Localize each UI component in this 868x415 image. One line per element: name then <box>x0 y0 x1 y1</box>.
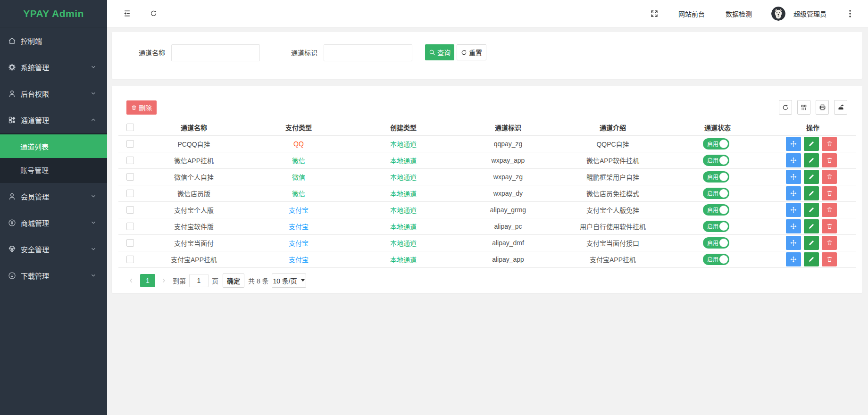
sidebar-item-mall[interactable]: 商城管理 <box>0 209 107 236</box>
search-button[interactable]: 查询 <box>425 44 454 60</box>
status-toggle[interactable]: 启用 <box>703 237 729 249</box>
row-checkbox[interactable] <box>126 223 134 230</box>
sidebar-item-download[interactable]: 下载管理 <box>0 262 107 289</box>
row-checkbox[interactable] <box>126 157 134 164</box>
cell-create-type-link[interactable]: 本地通道 <box>390 240 417 247</box>
status-toggle[interactable]: 启用 <box>703 171 729 183</box>
status-toggle[interactable]: 启用 <box>703 188 729 199</box>
edit-row-button[interactable] <box>804 236 819 250</box>
move-icon <box>790 173 797 181</box>
row-checkbox[interactable] <box>126 239 134 247</box>
table-refresh-icon[interactable] <box>779 100 792 115</box>
edit-row-button[interactable] <box>804 170 819 184</box>
site-front-link[interactable]: 网站前台 <box>678 9 705 18</box>
move-row-button[interactable] <box>786 137 801 151</box>
move-row-button[interactable] <box>786 252 801 266</box>
cell-create-type-link[interactable]: 本地通道 <box>390 190 417 198</box>
sidebar-item-label: 后台权限 <box>21 89 91 99</box>
channel-table: 通道名称 支付类型 创建类型 通道标识 通道介绍 通道状态 操作 PCQQ自挂 … <box>118 119 856 268</box>
channel-code-input[interactable] <box>324 44 412 61</box>
sidebar-item-channel[interactable]: 通道管理 <box>0 107 107 133</box>
row-checkbox[interactable] <box>126 140 134 148</box>
component-icon <box>8 116 16 124</box>
move-row-button[interactable] <box>786 153 801 167</box>
cell-create-type-link[interactable]: 本地通道 <box>390 256 417 264</box>
goto-page-input[interactable] <box>189 274 209 287</box>
status-toggle[interactable]: 启用 <box>703 254 729 265</box>
row-checkbox[interactable] <box>126 173 134 181</box>
more-vertical-icon[interactable] <box>846 5 854 22</box>
page-number-current[interactable]: 1 <box>140 274 155 287</box>
edit-row-button[interactable] <box>804 153 819 167</box>
channel-name-input[interactable] <box>171 44 260 61</box>
cell-channel-name: 微信APP挂机 <box>142 152 246 168</box>
delete-row-button[interactable] <box>822 252 837 266</box>
table-row: 微信店员版 微信 本地通道 wxpay_dy 微信店员免挂模式 启用 <box>118 185 856 201</box>
avatar[interactable] <box>771 7 785 21</box>
status-toggle-knob <box>719 239 728 247</box>
move-row-button[interactable] <box>786 236 801 250</box>
move-row-button[interactable] <box>786 186 801 200</box>
sidebar-item-label: 商城管理 <box>21 218 91 228</box>
delete-row-button[interactable] <box>822 186 837 200</box>
row-checkbox[interactable] <box>126 190 134 197</box>
fullscreen-icon[interactable] <box>646 5 663 22</box>
row-ops <box>786 236 837 250</box>
sidebar: YPAY Admin 控制端 系统管理 后台权限 <box>0 0 107 415</box>
table-columns-icon[interactable] <box>797 100 810 115</box>
delete-button[interactable]: 删除 <box>126 100 157 115</box>
cell-create-type-link[interactable]: 本地通道 <box>390 174 417 181</box>
edit-row-button[interactable] <box>804 252 819 266</box>
delete-row-button[interactable] <box>822 219 837 233</box>
data-check-link[interactable]: 数据检测 <box>726 9 752 18</box>
delete-row-button[interactable] <box>822 170 837 184</box>
cell-create-type-link[interactable]: 本地通道 <box>390 141 417 148</box>
table-print-icon[interactable] <box>816 100 829 115</box>
row-checkbox[interactable] <box>126 256 134 263</box>
edit-row-button[interactable] <box>804 186 819 200</box>
goto-confirm-button[interactable]: 确定 <box>223 274 244 288</box>
next-page-icon[interactable] <box>159 274 168 287</box>
reset-button[interactable]: 重置 <box>457 44 486 60</box>
sidebar-subitem-channel-list[interactable]: 通道列表 <box>0 134 107 158</box>
table-card: 删除 <box>112 86 862 293</box>
row-checkbox[interactable] <box>126 206 134 214</box>
collapse-sidebar-icon[interactable] <box>118 5 135 22</box>
username[interactable]: 超级管理员 <box>793 9 826 18</box>
edit-row-button[interactable] <box>804 137 819 151</box>
sidebar-item-permission[interactable]: 后台权限 <box>0 80 107 107</box>
edit-row-button[interactable] <box>804 219 819 233</box>
select-all-checkbox[interactable] <box>126 124 134 131</box>
chevron-down-icon <box>91 91 96 96</box>
refresh-page-icon[interactable] <box>145 5 162 22</box>
table-export-icon[interactable] <box>834 100 847 115</box>
delete-row-button[interactable] <box>822 153 837 167</box>
sidebar-subitem-account[interactable]: 账号管理 <box>0 158 107 182</box>
status-toggle[interactable]: 启用 <box>703 155 729 166</box>
page-size-select[interactable]: 10 条/页 <box>272 274 306 288</box>
cell-create-type-link[interactable]: 本地通道 <box>390 223 417 231</box>
cell-create-type-link[interactable]: 本地通道 <box>390 207 417 214</box>
status-toggle-knob <box>719 255 728 264</box>
cell-channel-code: alipay_grmg <box>456 201 560 218</box>
cell-create-type-link[interactable]: 本地通道 <box>390 157 417 165</box>
sidebar-item-system[interactable]: 系统管理 <box>0 54 107 80</box>
status-toggle[interactable]: 启用 <box>703 138 729 149</box>
cell-channel-code: wxpay_dy <box>456 185 560 201</box>
total-count: 共 8 条 <box>248 276 269 285</box>
prev-page-icon[interactable] <box>126 274 136 287</box>
status-toggle[interactable]: 启用 <box>703 221 729 232</box>
sidebar-item-member[interactable]: 会员管理 <box>0 183 107 209</box>
sidebar-item-console[interactable]: 控制端 <box>0 27 107 54</box>
move-row-button[interactable] <box>786 203 801 217</box>
delete-row-button[interactable] <box>822 236 837 250</box>
col-header-status: 通道状态 <box>665 119 770 135</box>
delete-row-button[interactable] <box>822 137 837 151</box>
delete-row-button[interactable] <box>822 203 837 217</box>
move-row-button[interactable] <box>786 170 801 184</box>
sidebar-subnav: 通道列表 账号管理 <box>0 133 107 183</box>
status-toggle[interactable]: 启用 <box>703 204 729 216</box>
move-row-button[interactable] <box>786 219 801 233</box>
sidebar-item-security[interactable]: 安全管理 <box>0 236 107 262</box>
edit-row-button[interactable] <box>804 203 819 217</box>
